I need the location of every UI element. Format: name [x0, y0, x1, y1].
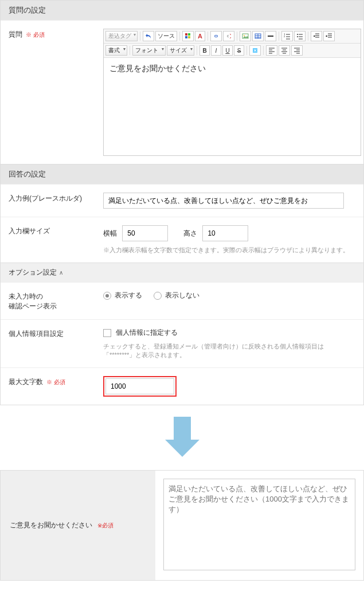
- placeholder-input[interactable]: [103, 193, 344, 209]
- radio-hide[interactable]: 表示しない: [154, 291, 199, 300]
- svg-rect-1: [188, 33, 190, 36]
- format-dropdown[interactable]: 書式: [105, 45, 127, 56]
- radio-icon: [154, 292, 162, 300]
- editor-content[interactable]: ご意見をお聞かせください: [104, 58, 361, 155]
- editor-toolbar-1: 差込タグ ソース A 12: [104, 29, 361, 44]
- insert-tag-dropdown[interactable]: 差込タグ: [105, 31, 138, 41]
- width-input[interactable]: [122, 225, 168, 241]
- privacy-hint: チェックすると、登録通知メール（管理者向け）に反映される個人情報項目は「****…: [103, 342, 355, 359]
- required-badge: ※ 必須: [46, 379, 65, 385]
- preview-panel: ご意見をお聞かせください ※必須: [0, 470, 364, 581]
- preview-question-label: ご意見をお聞かせください ※必須: [1, 471, 155, 580]
- remove-format-icon[interactable]: [249, 45, 261, 56]
- collapse-caret-icon: ∧: [59, 269, 63, 276]
- height-label: 高さ: [183, 229, 197, 237]
- source-button[interactable]: ソース: [155, 31, 177, 41]
- editor-toolbar-2: 書式 フォント サイズ B I U S: [104, 44, 361, 58]
- input-size-label: 入力欄サイズ: [9, 225, 103, 255]
- svg-text:2: 2: [284, 35, 285, 38]
- required-badge: ※必須: [97, 522, 113, 529]
- indent-icon[interactable]: [323, 31, 335, 41]
- outdent-icon[interactable]: [311, 31, 322, 41]
- svg-point-5: [244, 35, 245, 36]
- svg-point-9: [297, 34, 298, 35]
- text-color-icon[interactable]: A: [195, 31, 205, 41]
- ol-icon[interactable]: 12: [281, 31, 293, 41]
- radio-show[interactable]: 表示する: [103, 291, 142, 300]
- table-icon[interactable]: [252, 31, 264, 41]
- svg-rect-0: [185, 33, 187, 36]
- strike-button[interactable]: S: [234, 45, 244, 56]
- underline-button[interactable]: U: [222, 45, 233, 56]
- size-hint: ※入力欄表示幅を文字数で指定できます。実際の表示幅はブラウザにより異なります。: [103, 246, 355, 255]
- preview-textarea[interactable]: [163, 479, 355, 570]
- undo-icon[interactable]: [143, 31, 154, 41]
- privacy-checkbox[interactable]: 個人情報に指定する: [103, 328, 178, 336]
- align-left-icon[interactable]: [266, 45, 277, 56]
- align-center-icon[interactable]: [279, 45, 290, 56]
- svg-point-10: [297, 36, 298, 37]
- link-icon[interactable]: [210, 31, 222, 41]
- required-badge: ※ 必須: [26, 32, 45, 38]
- svg-rect-3: [188, 36, 190, 38]
- privacy-label: 個人情報項目設定: [9, 328, 103, 359]
- question-section-header: 質問の設定: [1, 0, 363, 20]
- max-chars-input[interactable]: [105, 378, 174, 394]
- checkbox-icon: [103, 329, 111, 337]
- align-right-icon[interactable]: [291, 45, 303, 56]
- size-dropdown[interactable]: サイズ: [167, 45, 194, 56]
- option-section-header[interactable]: オプション設定∧: [1, 263, 363, 282]
- radio-icon: [103, 292, 111, 300]
- max-chars-highlight: [103, 376, 177, 397]
- no-input-display-label: 未入力時の 確認ページ表示: [9, 291, 103, 311]
- hr-icon[interactable]: [265, 31, 276, 41]
- bg-color-icon[interactable]: [182, 31, 194, 41]
- unlink-icon[interactable]: [223, 31, 234, 41]
- max-chars-label: 最大文字数※ 必須: [9, 376, 103, 397]
- bold-button[interactable]: B: [199, 45, 210, 56]
- question-label: 質問※ 必須: [9, 29, 103, 156]
- height-input[interactable]: [202, 225, 248, 241]
- image-icon[interactable]: [240, 31, 251, 41]
- svg-rect-2: [185, 36, 187, 38]
- placeholder-label: 入力例(プレースホルダ): [9, 193, 103, 209]
- font-dropdown[interactable]: フォント: [132, 45, 166, 56]
- italic-button[interactable]: I: [211, 45, 221, 56]
- answer-section-header: 回答の設定: [1, 164, 363, 184]
- arrow-down-icon: [0, 405, 364, 464]
- rich-text-editor: 差込タグ ソース A 12: [103, 29, 361, 156]
- width-label: 横幅: [103, 229, 117, 237]
- ul-icon[interactable]: [294, 31, 306, 41]
